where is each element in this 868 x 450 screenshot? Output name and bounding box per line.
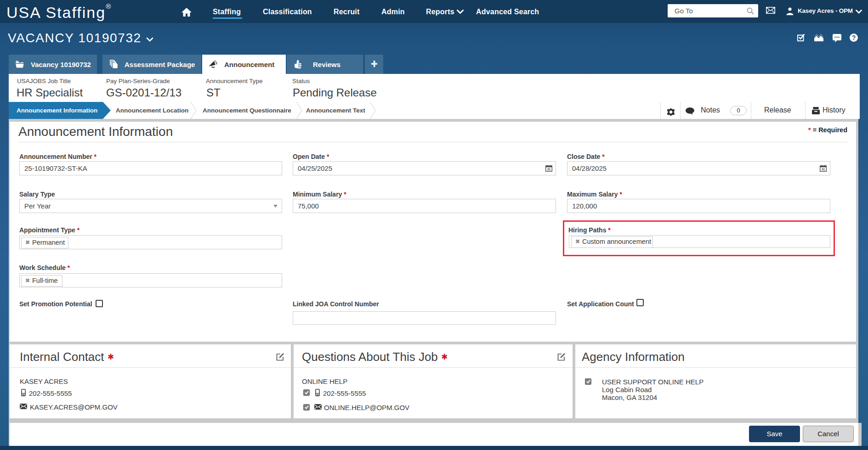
svg-text:?: ? (852, 34, 856, 41)
svg-text:31: 31 (822, 168, 825, 171)
svg-text:31: 31 (547, 168, 551, 171)
